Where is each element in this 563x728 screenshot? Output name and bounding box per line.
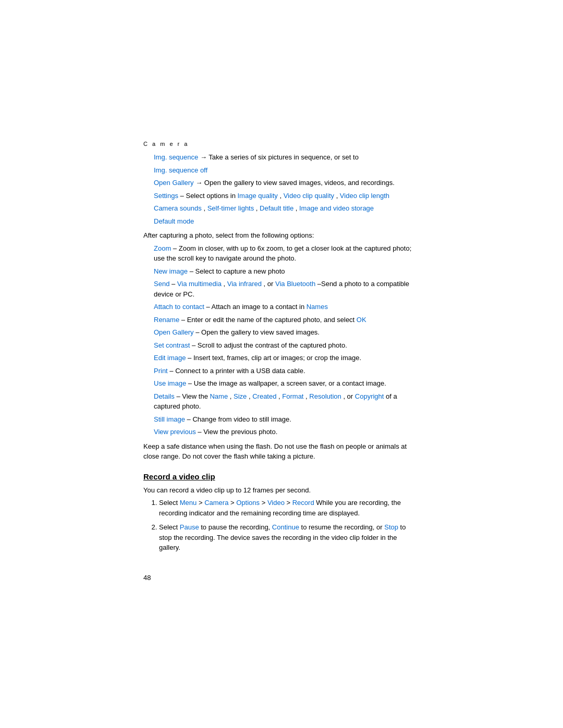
open-gallery-item: Open Gallery → Open the gallery to view … xyxy=(143,178,420,188)
step1-sep2: > xyxy=(230,499,236,507)
still-image-item: Still image – Change from video to still… xyxy=(143,414,420,425)
attach-contact-link[interactable]: Attach to contact xyxy=(154,303,204,311)
details-separator: – xyxy=(176,392,180,400)
img-sequence-desc: Take a series of six pictures in sequenc… xyxy=(209,153,359,161)
edit-image-link[interactable]: Edit image xyxy=(154,354,186,362)
print-item: Print – Connect to a printer with a USB … xyxy=(143,366,420,376)
image-video-storage-link[interactable]: Image and video storage xyxy=(299,204,374,212)
camera-items: Img. sequence → Take a series of six pic… xyxy=(143,152,420,226)
step-2: Select Pause to pause the recording, Con… xyxy=(159,522,420,553)
steps-list: Select Menu > Camera > Options > Video >… xyxy=(143,498,420,553)
record-intro: You can record a video clip up to 12 fra… xyxy=(143,485,420,496)
send-link[interactable]: Send xyxy=(154,280,169,288)
section-heading: C a m e r a xyxy=(143,141,420,147)
video-link[interactable]: Video xyxy=(267,499,285,507)
zoom-link[interactable]: Zoom xyxy=(154,244,171,252)
record-section-title: Record a video clip xyxy=(143,472,420,481)
camera-sounds-link[interactable]: Camera sounds xyxy=(154,204,202,212)
send-sep1: , xyxy=(224,280,227,288)
sep3: , xyxy=(203,204,207,212)
img-sequence-off-link[interactable]: Img. sequence off xyxy=(154,166,207,174)
settings-desc: Select options in xyxy=(186,192,237,200)
options-link[interactable]: Options xyxy=(236,499,260,507)
open-gallery-link[interactable]: Open Gallery xyxy=(154,179,194,187)
settings-link[interactable]: Settings xyxy=(154,192,178,200)
sep4: , xyxy=(256,204,260,212)
new-image-separator: – xyxy=(190,267,193,275)
new-image-link[interactable]: New image xyxy=(154,267,188,275)
still-image-separator: – xyxy=(187,415,191,423)
img-sequence-item: Img. sequence → Take a series of six pic… xyxy=(143,152,420,163)
menu-link[interactable]: Menu xyxy=(180,499,197,507)
default-mode-link[interactable]: Default mode xyxy=(154,217,194,225)
open-gallery-2-desc: Open the gallery to view saved images. xyxy=(201,328,320,336)
settings-item-2: Camera sounds , Self-timer lights , Defa… xyxy=(143,203,420,214)
image-quality-link[interactable]: Image quality xyxy=(237,192,277,200)
step2-mid1: to pause the recording, xyxy=(201,523,272,531)
d-sep5: , or xyxy=(343,392,354,400)
use-image-link[interactable]: Use image xyxy=(154,379,186,387)
step1-sep4: > xyxy=(287,499,292,507)
rename-link[interactable]: Rename xyxy=(154,316,179,324)
size-link[interactable]: Size xyxy=(234,392,247,400)
edit-image-separator: – xyxy=(188,354,191,362)
sep1: , xyxy=(279,192,283,200)
attach-contact-item: Attach to contact – Attach an image to a… xyxy=(143,302,420,312)
pause-link[interactable]: Pause xyxy=(180,523,199,531)
view-previous-separator: – xyxy=(198,428,201,436)
after-capture-items: Zoom – Zoom in closer, with up to 6x zoo… xyxy=(143,243,420,437)
open-gallery-2-item: Open Gallery – Open the gallery to view … xyxy=(143,327,420,338)
zoom-separator: – xyxy=(173,244,177,252)
img-sequence-link[interactable]: Img. sequence xyxy=(154,153,198,161)
camera-link[interactable]: Camera xyxy=(204,499,228,507)
video-clip-quality-link[interactable]: Video clip quality xyxy=(284,192,334,200)
send-separator: – xyxy=(172,280,177,288)
record-link[interactable]: Record xyxy=(292,499,314,507)
zoom-desc: Zoom in closer, with up to 6x zoom, to g… xyxy=(154,244,411,263)
view-previous-link[interactable]: View previous xyxy=(154,428,196,436)
stop-link[interactable]: Stop xyxy=(384,523,398,531)
use-image-separator: – xyxy=(188,379,192,387)
video-clip-length-link[interactable]: Video clip length xyxy=(340,192,389,200)
set-contrast-desc: Scroll to adjust the contrast of the cap… xyxy=(198,341,347,349)
open-gallery-desc: Open the gallery to view saved images, v… xyxy=(204,179,395,187)
view-previous-item: View previous – View the previous photo. xyxy=(143,427,420,437)
still-image-desc: Change from video to still image. xyxy=(192,415,291,423)
page-number: 48 xyxy=(143,574,420,582)
sep2: , xyxy=(336,192,340,200)
step1-prefix: Select xyxy=(159,499,180,507)
send-sep2: , or xyxy=(264,280,275,288)
open-gallery-2-separator: – xyxy=(195,328,199,336)
continue-link[interactable]: Continue xyxy=(272,523,299,531)
open-gallery-2-link[interactable]: Open Gallery xyxy=(154,328,194,336)
view-previous-desc: View the previous photo. xyxy=(203,428,277,436)
name-link[interactable]: Name xyxy=(210,392,228,400)
format-link[interactable]: Format xyxy=(282,392,303,400)
self-timer-link[interactable]: Self-timer lights xyxy=(207,204,254,212)
default-title-link[interactable]: Default title xyxy=(260,204,293,212)
zoom-item: Zoom – Zoom in closer, with up to 6x zoo… xyxy=(143,243,420,264)
settings-item: Settings – Select options in Image quali… xyxy=(143,191,420,201)
print-desc: Connect to a printer with a USB data cab… xyxy=(175,367,305,375)
via-multimedia-link[interactable]: Via multimedia xyxy=(177,280,222,288)
print-link[interactable]: Print xyxy=(154,367,168,375)
still-image-link[interactable]: Still image xyxy=(154,415,185,423)
edit-image-item: Edit image – Insert text, frames, clip a… xyxy=(143,353,420,363)
sep5: , xyxy=(296,204,299,212)
resolution-link[interactable]: Resolution xyxy=(309,392,341,400)
set-contrast-item: Set contrast – Scroll to adjust the cont… xyxy=(143,340,420,351)
page-container: C a m e r a Img. sequence → Take a serie… xyxy=(0,0,563,728)
set-contrast-link[interactable]: Set contrast xyxy=(154,341,190,349)
ok-link[interactable]: OK xyxy=(357,316,366,324)
attach-separator: – xyxy=(206,303,210,311)
rename-separator: – xyxy=(181,316,185,324)
via-bluetooth-link[interactable]: Via Bluetooth xyxy=(275,280,315,288)
copyright-link[interactable]: Copyright xyxy=(355,392,384,400)
names-link[interactable]: Names xyxy=(307,303,328,311)
created-link[interactable]: Created xyxy=(252,392,276,400)
step2-prefix: Select xyxy=(159,523,180,531)
edit-image-desc: Insert text, frames, clip art or images;… xyxy=(193,354,361,362)
open-gallery-separator: → xyxy=(195,179,202,187)
details-link[interactable]: Details xyxy=(154,392,175,400)
via-infrared-link[interactable]: Via infrared xyxy=(227,280,262,288)
